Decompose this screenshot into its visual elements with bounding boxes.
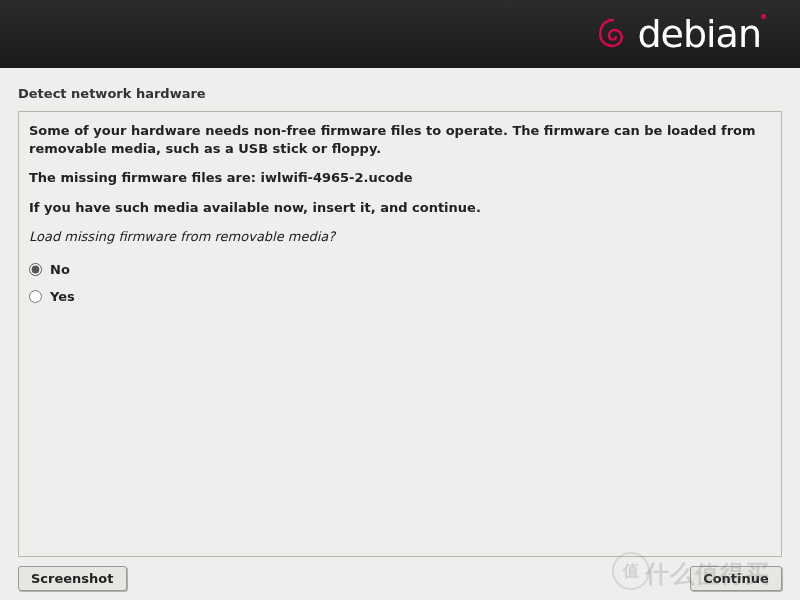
page-title: Detect network hardware: [0, 68, 800, 111]
brand-dot-icon: [761, 14, 766, 19]
continue-button[interactable]: Continue: [690, 566, 782, 591]
intro-text: Some of your hardware needs non-free fir…: [29, 122, 771, 157]
installer-header: debian: [0, 0, 800, 68]
debian-swirl-icon: [593, 14, 633, 54]
radio-no-input[interactable]: [29, 263, 42, 276]
radio-yes-input[interactable]: [29, 290, 42, 303]
missing-firmware-text: The missing firmware files are: iwlwifi-…: [29, 169, 771, 187]
debian-logo: debian: [593, 12, 768, 56]
radio-no-label[interactable]: No: [50, 262, 70, 277]
footer-bar: Screenshot Continue: [0, 556, 800, 600]
content-panel: Some of your hardware needs non-free fir…: [18, 111, 782, 557]
question-text: Load missing firmware from removable med…: [29, 228, 771, 246]
radio-option-no[interactable]: No: [29, 256, 771, 283]
brand-text: debian: [637, 12, 761, 56]
instruction-text: If you have such media available now, in…: [29, 199, 771, 217]
radio-option-yes[interactable]: Yes: [29, 283, 771, 310]
radio-yes-label[interactable]: Yes: [50, 289, 75, 304]
screenshot-button[interactable]: Screenshot: [18, 566, 127, 591]
